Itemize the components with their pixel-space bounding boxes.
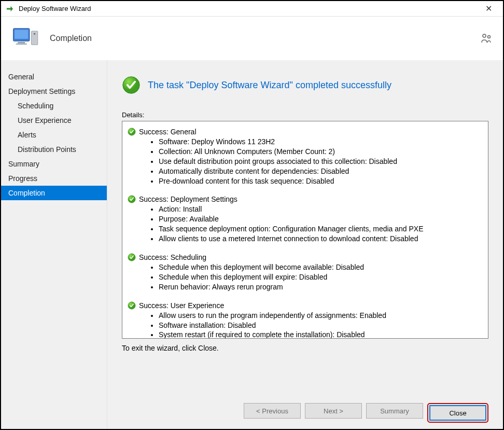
success-message: The task "Deploy Software Wizard" comple… [148,80,391,91]
svg-point-6 [483,34,486,37]
feedback-icon[interactable] [480,32,493,45]
success-icon [122,76,141,94]
detail-line: Use default distribution point groups as… [159,157,483,167]
detail-line: Schedule when this deployment will becom… [159,262,483,272]
section-title: Success: General [139,128,197,136]
detail-line: Allow clients to use a metered Internet … [159,234,483,244]
checkmark-icon [128,301,136,310]
svg-rect-3 [16,44,27,45]
checkmark-icon [128,253,136,261]
next-button: Next > [305,403,362,419]
svg-rect-1 [15,30,28,39]
window-title: Deploy Software Wizard [19,5,478,12]
summary-button: Summary [366,403,423,419]
details-section: Success: User ExperienceAllow users to r… [128,301,483,338]
checkmark-icon [128,195,136,203]
details-section: Success: Deployment SettingsAction: Inst… [128,195,483,244]
detail-line: Purpose: Available [159,214,483,224]
details-section: Success: SchedulingSchedule when this de… [128,253,483,292]
nav-item-progress[interactable]: Progress [1,171,107,186]
nav-item-completion[interactable]: Completion [1,186,107,200]
nav-item-distribution-points[interactable]: Distribution Points [1,142,107,157]
checkmark-icon [128,128,136,136]
details-section: Success: GeneralSoftware: Deploy Windows… [128,128,483,186]
app-icon [5,4,15,13]
section-header: Success: General [128,128,483,136]
section-header: Success: Scheduling [128,253,483,261]
detail-line: Software installation: Disabled [159,321,483,330]
nav-item-general[interactable]: General [1,70,107,84]
detail-line: Pre-download content for this task seque… [159,176,483,186]
nav-item-deployment-settings[interactable]: Deployment Settings [1,84,107,99]
detail-line: Rerun behavior: Always rerun program [159,282,483,292]
detail-line: Collection: All Unknown Computers (Membe… [159,147,483,157]
close-highlight: Close [427,403,488,423]
nav-item-scheduling[interactable]: Scheduling [1,99,107,113]
detail-line: Task sequence deployment option: Configu… [159,224,483,234]
close-button[interactable]: Close [429,405,486,421]
section-title: Success: Deployment Settings [139,195,237,203]
detail-line: Automatically distribute content for dep… [159,167,483,176]
detail-line: Schedule when this deployment will expir… [159,272,483,282]
details-scroll[interactable]: Success: GeneralSoftware: Deploy Windows… [122,121,488,338]
page-title: Completion [50,34,92,43]
section-header: Success: Deployment Settings [128,195,483,203]
computer-icon [11,24,40,53]
nav-item-user-experience[interactable]: User Experience [1,113,107,128]
svg-point-5 [34,33,36,35]
section-title: Success: Scheduling [139,253,206,261]
svg-point-7 [488,36,491,38]
detail-line: Action: Install [159,204,483,214]
detail-line: Allow users to run the program independe… [159,311,483,321]
close-icon[interactable]: ✕ [478,2,499,16]
details-label: Details: [122,111,488,119]
detail-line: Software: Deploy Windows 11 23H2 [159,137,483,147]
exit-hint: To exit the wizard, click Close. [122,344,488,352]
wizard-nav: GeneralDeployment SettingsSchedulingUser… [1,60,107,429]
previous-button: < Previous [244,403,301,419]
section-title: Success: User Experience [139,301,224,310]
detail-line: System restart (if required to complete … [159,330,483,338]
section-header: Success: User Experience [128,301,483,310]
details-panel: Success: GeneralSoftware: Deploy Windows… [122,121,488,339]
nav-item-summary[interactable]: Summary [1,157,107,171]
nav-item-alerts[interactable]: Alerts [1,128,107,142]
svg-rect-2 [18,42,25,44]
